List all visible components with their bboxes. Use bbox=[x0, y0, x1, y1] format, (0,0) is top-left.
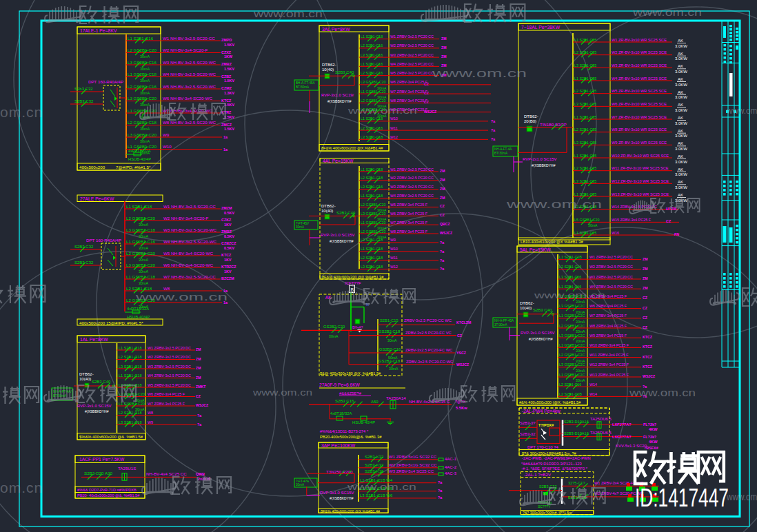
svg-text:W5 NH-BV-3x2.5-SC20-WC: W5 NH-BV-3x2.5-SC20-WC bbox=[163, 84, 216, 89]
svg-text:L1 GS2B1-C20: L1 GS2B1-C20 bbox=[361, 221, 386, 225]
svg-text:0.5KV: 0.5KV bbox=[224, 211, 234, 215]
svg-text:DTB62-: DTB62- bbox=[322, 63, 336, 67]
svg-text:3.0KW: 3.0KW bbox=[675, 44, 687, 48]
svg-text:3.0KW: 3.0KW bbox=[675, 70, 687, 74]
svg-text:L2 GS2B1-C18: L2 GS2B1-C18 bbox=[128, 120, 157, 125]
svg-text:L1 GS2B1-C18: L1 GS2B1-C18 bbox=[126, 274, 156, 279]
svg-text:LB10-400x610x200 @X %&#B1.3#: LB10-400x610x200 @X %&#B1.3# bbox=[521, 240, 583, 244]
svg-text:AK: AK bbox=[678, 193, 683, 197]
svg-text:3.0KW: 3.0KW bbox=[675, 57, 687, 61]
svg-text:W1 ZRBV-3x2.5 PC20 DC: W1 ZRBV-3x2.5 PC20 DC bbox=[148, 346, 191, 350]
svg-text:L1 GS2B1-C2C: L1 GS2B1-C2C bbox=[559, 314, 585, 318]
svg-text:?a: ?a bbox=[197, 413, 201, 418]
svg-text:W3 ZRBV-5x4 SC25 CC: W3 ZRBV-5x4 SC25 CC bbox=[389, 469, 434, 473]
svg-text:NH-A-FT-4A: NH-A-FT-4A bbox=[494, 147, 512, 151]
svg-text:W3 ZRBV-3x2.5 PC20 CC: W3 ZRBV-3x2.5 PC20 CC bbox=[390, 53, 434, 57]
svg-text:W6 ZRBV-3x4 PC25 F: W6 ZRBV-3x4 PC25 F bbox=[589, 304, 627, 308]
svg-text:W9: W9 bbox=[148, 420, 153, 424]
svg-text:www.om.cn: www.om.cn bbox=[726, 491, 757, 502]
svg-text:CZBZ: CZBZ bbox=[221, 74, 232, 79]
svg-text:ZRBV-3x2.5 PC20-FC:WC: ZRBV-3x2.5 PC20-FC:WC bbox=[406, 360, 453, 364]
svg-text:W13 ZR-BV-3x10 WR SC25 SCE: W13 ZR-BV-3x10 WR SC25 SCE bbox=[612, 192, 669, 196]
svg-text:30mA: 30mA bbox=[139, 246, 148, 250]
svg-text:10(40): 10(40) bbox=[321, 209, 333, 213]
svg-text:L3 GS2B1-C20: L3 GS2B1-C20 bbox=[126, 263, 156, 267]
svg-text:30mA: 30mA bbox=[296, 225, 305, 229]
svg-text:L2 GS2B1-C16: L2 GS2B1-C16 bbox=[128, 84, 157, 89]
svg-text:3.0KW: 3.0KW bbox=[675, 108, 687, 112]
svg-text:ZM: ZM bbox=[643, 276, 648, 280]
svg-text:L2 GS2B1-C2C: L2 GS2B1-C2C bbox=[559, 353, 585, 357]
svg-text:ZM: ZM bbox=[196, 376, 201, 380]
svg-text:NH-BV-4x4 SC25 CC: NH-BV-4x4 SC25 CC bbox=[146, 471, 187, 476]
svg-text:L2 GS2B1-C20: L2 GS2B1-C20 bbox=[361, 99, 386, 103]
svg-text:32?5-C1?: 32?5-C1? bbox=[568, 481, 585, 485]
svg-text:?a: ?a bbox=[438, 480, 443, 484]
svg-text:10(40): 10(40) bbox=[520, 306, 532, 310]
svg-text:KVV-5x1.3 SC20: KVV-5x1.3 SC20 bbox=[616, 444, 647, 448]
svg-text:om.cn: om.cn bbox=[0, 480, 43, 495]
svg-text:7@#/PD; #%#1.5*: 7@#/PD; #%#1.5* bbox=[116, 165, 151, 170]
svg-text:HSUB-40/4P: HSUB-40/4P bbox=[128, 157, 151, 161]
svg-text:20(B0): 20(B0) bbox=[524, 119, 536, 123]
svg-text:4AC-1: 4AC-1 bbox=[445, 457, 457, 461]
svg-text:W6 NH-BV-3x4-SC20-WC: W6 NH-BV-3x4-SC20-WC bbox=[163, 96, 212, 101]
svg-text:-2AC-PWB. -2AC-PW9&3#=2AC-PWN: -2AC-PWB. -2AC-PW9&3#=2AC-PWN bbox=[522, 456, 591, 460]
svg-text:BT/30mA: BT/30mA bbox=[296, 85, 310, 89]
svg-text:W1 ZR-BV-3x10 WR SC25 SCE: W1 ZR-BV-3x10 WR SC25 SCE bbox=[612, 38, 667, 42]
svg-text:3AP Pe=100KW: 3AP Pe=100KW bbox=[321, 443, 356, 448]
svg-text:KTCZ: KTCZ bbox=[221, 253, 232, 257]
svg-text:L3 S2B1-C18: L3 S2B1-C18 bbox=[119, 365, 142, 369]
svg-text:LXFJ?7A?: LXFJ?7A? bbox=[612, 435, 632, 439]
svg-text:W10: W10 bbox=[163, 144, 172, 149]
svg-text:0.5KV: 0.5KV bbox=[224, 234, 234, 238]
svg-text:L2 S2B1-C18: L2 S2B1-C18 bbox=[126, 286, 152, 291]
svg-text:ZRBV-3x2.5 PC20-FC VC: ZRBV-3x2.5 PC20-FC VC bbox=[405, 331, 452, 335]
svg-text:W6 ZRBV-3x4 PC25 F: W6 ZRBV-3x4 PC25 F bbox=[390, 212, 428, 216]
svg-text:AK: AK bbox=[678, 154, 683, 158]
svg-text:L2 S2B1-C18: L2 S2B1-C18 bbox=[119, 355, 142, 359]
svg-text:4KW: 4KW bbox=[649, 427, 658, 431]
svg-text:KTCZ: KTCZ bbox=[643, 335, 653, 339]
svg-text:L1 GS2B1-C20: L1 GS2B1-C20 bbox=[128, 144, 157, 149]
svg-text:CZ: CZ bbox=[643, 325, 648, 329]
svg-text:W8: W8 bbox=[163, 286, 170, 291]
svg-text:W3 NH-BV-3x2.5-SC20-WC: W3 NH-BV-3x2.5-SC20-WC bbox=[163, 227, 217, 232]
svg-text:HSUB-40/4P: HSUB-40/4P bbox=[127, 315, 150, 319]
svg-text:QWB: QWB bbox=[196, 472, 205, 476]
svg-text:DTB62-: DTB62- bbox=[520, 301, 534, 305]
svg-text:DTB62-: DTB62- bbox=[79, 372, 94, 376]
svg-text:W4 NH-BV-3x2.5-SC20-WC: W4 NH-BV-3x2.5-SC20-WC bbox=[163, 72, 216, 76]
svg-text:S2b3 C32: S2b3 C32 bbox=[74, 87, 93, 91]
svg-text:NH-A-FT-4A/: NH-A-FT-4A/ bbox=[53, 390, 72, 393]
svg-text:?a: ?a bbox=[491, 128, 495, 132]
svg-text:BT/30mA: BT/30mA bbox=[494, 152, 508, 155]
svg-text:L1 GS2B1-C2C: L1 GS2B1-C2C bbox=[559, 343, 585, 347]
svg-text:S2B3 C40: S2B3 C40 bbox=[335, 70, 354, 74]
svg-text:ZRBV-3x2.5 PC20-CC WC: ZRBV-3x2.5 PC20-CC WC bbox=[404, 318, 452, 323]
svg-text:KTCZ: KTCZ bbox=[643, 365, 653, 369]
svg-text:L5 GS2B1-C20: L5 GS2B1-C20 bbox=[574, 218, 600, 222]
svg-text:#(XSBBKDYH#: #(XSBBKDYH# bbox=[532, 163, 556, 167]
svg-text:AK: AK bbox=[678, 52, 683, 56]
svg-text:W5 ZRBV-3x2.5 PC20 DC: W5 ZRBV-3x2.5 PC20 DC bbox=[148, 383, 191, 387]
svg-text:BH+A?: BH+A? bbox=[352, 326, 363, 329]
svg-text:30mA: 30mA bbox=[140, 54, 150, 59]
svg-text:W4 NH-BV-3x2.5-SC20-WC: W4 NH-BV-3x2.5-SC20-WC bbox=[163, 239, 217, 244]
svg-text:-2AL-1 ?=B2V: -2AL-1 ?=B2V bbox=[524, 472, 552, 477]
svg-text:BZCZM: BZCZM bbox=[221, 276, 234, 280]
svg-text:30mA: 30mA bbox=[140, 103, 150, 107]
svg-text:ZM: ZM bbox=[441, 37, 447, 41]
svg-text:?&? 300x300x?00%#. IP?1.5m: ?&? 300x300x?00%#. IP?1.5m bbox=[523, 511, 572, 515]
svg-text:4AC-2: 4AC-2 bbox=[445, 465, 457, 469]
svg-text:3.0KW: 3.0KW bbox=[675, 172, 687, 176]
svg-text:L1 S2B1-C18: L1 S2B1-C18 bbox=[119, 374, 142, 378]
svg-text:?a: ?a bbox=[440, 267, 444, 271]
svg-text:ZM: ZM bbox=[440, 169, 445, 173]
svg-text:S2B3 C32: S2B3 C32 bbox=[74, 99, 94, 103]
svg-text:L1 S2B1-C1B W4: L1 S2B1-C1B W4 bbox=[360, 478, 393, 482]
svg-text:30mA: 30mA bbox=[139, 258, 148, 262]
svg-text:L2 GS2B1-C20: L2 GS2B1-C20 bbox=[361, 229, 386, 234]
svg-text:S2B3 C40: S2B3 C40 bbox=[336, 211, 356, 215]
svg-text:L3 S2B1-C1B W6: L3 S2B1-C1B W6 bbox=[360, 493, 393, 498]
